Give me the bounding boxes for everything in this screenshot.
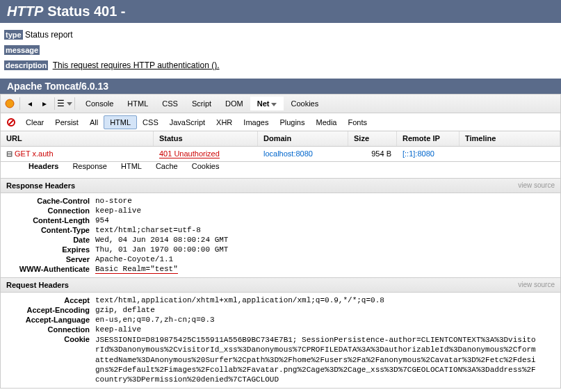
tab-html[interactable]: HTML: [120, 97, 155, 111]
description-label: description: [4, 60, 48, 70]
header-name: Cache-Control: [6, 197, 90, 205]
header-row: Accept-Encodinggzip, deflate: [1, 305, 560, 315]
type-label: type: [4, 30, 23, 40]
filter-media[interactable]: Media: [310, 116, 342, 129]
header-value: no-store: [95, 197, 132, 205]
header-value: gzip, deflate: [95, 306, 155, 314]
header-value: Thu, 01 Jan 1970 00:00:00 GMT: [95, 245, 228, 254]
header-name: Expires: [6, 245, 90, 254]
filter-all[interactable]: All: [84, 116, 104, 129]
tomcat-version-bar: Apache Tomcat/6.0.13: [0, 79, 561, 94]
header-row: Accepttext/html,application/xhtml+xml,ap…: [1, 295, 560, 305]
filter-persist[interactable]: Persist: [49, 116, 84, 129]
header-value: Basic Realm="test": [95, 265, 178, 274]
header-row: Cache-Controlno-store: [1, 196, 560, 206]
header-row: DateWed, 04 Jun 2014 08:00:24 GMT: [1, 235, 560, 245]
http-prefix: HTTP: [7, 3, 43, 19]
detail-tab-cache[interactable]: Cache: [149, 158, 185, 174]
request-url: GET x.auth: [15, 149, 53, 158]
header-row: ExpiresThu, 01 Jan 1970 00:00:00 GMT: [1, 245, 560, 254]
header-name: Accept-Encoding: [6, 306, 90, 314]
filter-javascript[interactable]: JavaScript: [164, 116, 211, 129]
header-row: CookieJSESSIONID=D819875425C155911A556B9…: [1, 334, 560, 385]
forward-icon[interactable]: ▸: [38, 97, 51, 110]
svg-line-2: [9, 120, 13, 124]
header-value: 954: [95, 216, 109, 224]
header-name: Connection: [6, 206, 90, 215]
header-name: WWW-Authenticate: [6, 265, 90, 274]
back-icon[interactable]: ◂: [24, 97, 36, 110]
filter-xhr[interactable]: XHR: [211, 116, 238, 129]
header-name: Connection: [6, 325, 90, 334]
message-label: message: [4, 45, 40, 55]
tab-net[interactable]: Net: [250, 97, 284, 111]
col-remote[interactable]: Remote IP: [397, 131, 460, 146]
request-headers-title: Request Headers view source: [0, 278, 561, 293]
description-line: description This request requires HTTP a…: [0, 58, 561, 73]
svg-point-0: [6, 99, 14, 108]
header-row: Accept-Languageen-us,en;q=0.7,zh-cn;q=0.…: [1, 315, 560, 325]
detail-tab-cookies[interactable]: Cookies: [185, 158, 227, 174]
detail-tab-html[interactable]: HTML: [114, 158, 149, 174]
http-status-banner: HTTP Status 401 -: [0, 0, 561, 23]
request-size: 954 B: [348, 147, 397, 161]
detail-tab-headers[interactable]: Headers: [22, 158, 65, 174]
list-icon[interactable]: ☰: [58, 97, 71, 110]
filter-plugins[interactable]: Plugins: [274, 116, 310, 129]
col-url[interactable]: URL: [1, 131, 154, 146]
stop-icon[interactable]: [5, 116, 17, 129]
detail-tabs: HeadersResponseHTMLCacheCookies: [0, 162, 561, 179]
header-name: Accept-Language: [6, 316, 90, 324]
header-name: Server: [6, 255, 90, 263]
header-value: keep-alive: [95, 206, 141, 215]
header-name: Content-Type: [6, 226, 90, 234]
col-status[interactable]: Status: [154, 131, 258, 146]
type-value: Status report: [25, 30, 73, 40]
http-status-text: Status 401 -: [47, 3, 125, 19]
request-status: 401 Unauthorized: [159, 149, 220, 158]
header-row: Connectionkeep-alive: [1, 325, 560, 334]
col-domain[interactable]: Domain: [258, 131, 348, 146]
header-value: Wed, 04 Jun 2014 08:00:24 GMT: [95, 236, 228, 244]
tab-dom[interactable]: DOM: [218, 97, 250, 111]
view-source-link[interactable]: view source: [518, 181, 555, 190]
filter-css[interactable]: CSS: [137, 116, 164, 129]
tab-cookies[interactable]: Cookies: [284, 97, 325, 111]
request-headers-block: Accepttext/html,application/xhtml+xml,ap…: [0, 293, 561, 389]
header-value: en-us,en;q=0.7,zh-cn;q=0.3: [95, 316, 215, 324]
header-value: text/html;charset=utf-8: [95, 226, 201, 234]
request-domain: localhost:8080: [258, 147, 348, 161]
col-timeline[interactable]: Timeline: [460, 131, 560, 146]
header-row: Connectionkeep-alive: [1, 206, 560, 215]
header-row: Content-Typetext/html;charset=utf-8: [1, 225, 560, 235]
header-name: Date: [6, 236, 90, 244]
filter-fonts[interactable]: Fonts: [342, 116, 373, 129]
header-value: text/html,application/xhtml+xml,applicat…: [95, 296, 384, 304]
filter-images[interactable]: Images: [238, 116, 274, 129]
tab-css[interactable]: CSS: [155, 97, 185, 111]
filter-clear[interactable]: Clear: [20, 116, 49, 129]
chinese-step-line1: 第二步:浏览器在接受到401 Unauthozied后，会弹出登录验证的对话框。…: [0, 389, 561, 392]
view-source-link-2[interactable]: view source: [518, 281, 555, 289]
header-value: keep-alive: [95, 325, 141, 334]
devtools-subbar: ClearPersistAllHTMLCSSJavaScriptXHRImage…: [0, 113, 561, 131]
tab-script[interactable]: Script: [185, 97, 218, 111]
firebug-icon[interactable]: [3, 97, 16, 110]
response-headers-block: Cache-Controlno-storeConnectionkeep-aliv…: [0, 193, 561, 278]
message-line: message: [0, 42, 561, 58]
header-row: WWW-AuthenticateBasic Realm="test": [1, 264, 560, 275]
header-name: Cookie: [6, 335, 90, 384]
network-grid-header: URL Status Domain Size Remote IP Timelin…: [0, 131, 561, 147]
tab-console[interactable]: Console: [79, 97, 120, 111]
col-size[interactable]: Size: [348, 131, 397, 146]
header-name: Accept: [6, 296, 90, 304]
header-name: Content-Length: [6, 216, 90, 224]
devtools-toolbar: ◂ ▸ ☰ ConsoleHTMLCSSScriptDOMNetCookies: [0, 94, 561, 113]
header-row: ServerApache-Coyote/1.1: [1, 254, 560, 264]
description-value: This request requires HTTP authenticatio…: [53, 60, 220, 70]
collapse-icon[interactable]: ⊟: [6, 149, 13, 158]
request-remote: [::1]:8080: [397, 147, 460, 161]
detail-tab-response[interactable]: Response: [65, 158, 114, 174]
header-value: Apache-Coyote/1.1: [95, 255, 173, 263]
filter-html[interactable]: HTML: [104, 115, 137, 129]
